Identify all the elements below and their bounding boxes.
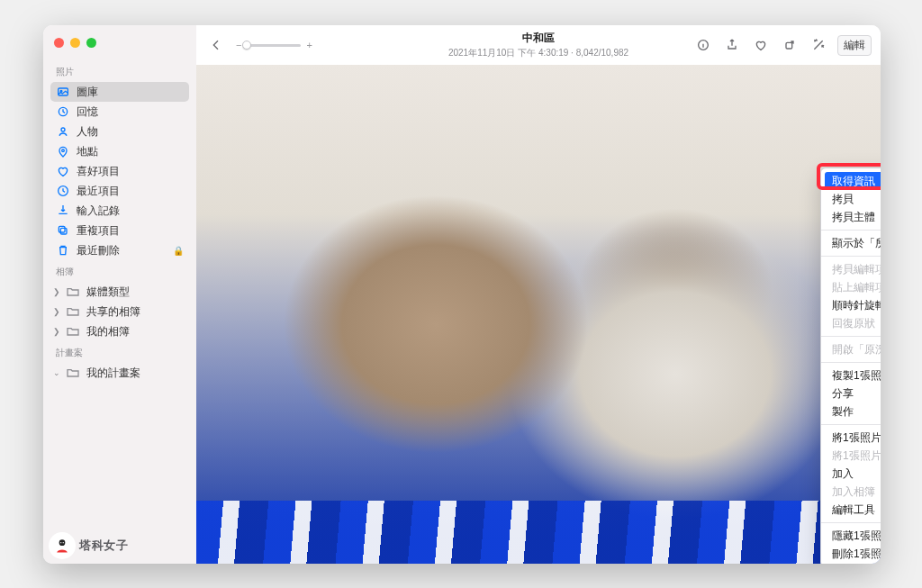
folder-icon xyxy=(66,285,80,299)
sidebar-item-label: 回憶 xyxy=(77,104,184,120)
fullscreen-window-button[interactable] xyxy=(86,38,96,48)
zoom-slider[interactable]: − + xyxy=(236,40,312,50)
sidebar-item-label: 我的計畫案 xyxy=(86,366,184,381)
ctx-label: 加入 xyxy=(832,466,854,482)
chevron-right-icon: ❯ xyxy=(52,307,61,316)
edit-button[interactable]: 編輯 xyxy=(837,35,872,56)
import-icon xyxy=(56,204,70,218)
folder-icon xyxy=(66,304,80,319)
ctx-label: 複製1張照片 xyxy=(832,368,881,384)
enhance-button[interactable] xyxy=(809,34,828,56)
photo-location-title: 中和區 xyxy=(448,31,628,46)
ctx-label: 製作 xyxy=(832,404,854,420)
ctx-duplicate[interactable]: 複製1張照片 xyxy=(821,366,881,384)
sidebar-item-label: 我的相簿 xyxy=(86,324,184,339)
favorite-button[interactable] xyxy=(751,34,771,56)
svg-point-12 xyxy=(63,542,64,543)
duplicate-icon xyxy=(56,223,70,238)
ctx-label: 拷貝 xyxy=(832,192,854,207)
ctx-label: 拷貝主體 xyxy=(832,210,875,225)
sidebar-item-label: 圖庫 xyxy=(77,85,184,100)
main-area: − + 中和區 2021年11月10日 下午 4:30:19 · 8,042/1… xyxy=(196,25,881,564)
sidebar-item-my-albums[interactable]: ❯ 我的相簿 xyxy=(50,321,189,341)
share-button[interactable] xyxy=(722,34,742,56)
ctx-label: 刪除1張照片 xyxy=(832,547,881,562)
back-button[interactable] xyxy=(205,34,227,56)
ctx-label: 加入相簿 xyxy=(832,484,875,500)
ctx-label: 分享 xyxy=(832,386,854,402)
svg-point-3 xyxy=(61,128,65,131)
rotate-button[interactable] xyxy=(780,34,800,56)
ctx-add-album: 加入相簿 xyxy=(821,483,881,501)
minimize-window-button[interactable] xyxy=(70,38,80,48)
sidebar-item-favorites[interactable]: 喜好項目 xyxy=(50,161,189,181)
photo-viewer[interactable] xyxy=(196,65,881,564)
sidebar-item-my-projects[interactable]: ⌄ 我的計畫案 xyxy=(50,363,189,383)
toolbar: − + 中和區 2021年11月10日 下午 4:30:19 · 8,042/1… xyxy=(196,25,881,65)
chevron-right-icon: ❯ xyxy=(52,327,61,336)
trash-icon xyxy=(56,243,70,258)
ctx-label: 取得資訊 xyxy=(832,174,875,189)
sidebar-item-label: 最近項目 xyxy=(77,184,184,199)
svg-point-11 xyxy=(60,542,61,543)
ctx-label: 將1張照片移動至你的「個人圖庫」 xyxy=(832,448,881,464)
ctx-label: 將1張照片移動至「共享的圖庫」 xyxy=(832,430,881,446)
clock-icon xyxy=(56,184,70,198)
sidebar-item-duplicates[interactable]: 重複項目 xyxy=(50,221,189,240)
ctx-copy-edits: 拷貝編輯項目 xyxy=(821,260,881,278)
ctx-label: 回復原狀 xyxy=(832,316,875,331)
sidebar-item-memories[interactable]: 回憶 xyxy=(50,102,189,122)
sidebar-item-shared-albums[interactable]: ❯ 共享的相簿 xyxy=(50,302,189,321)
photo-content xyxy=(196,65,881,564)
svg-point-10 xyxy=(59,539,66,546)
ctx-copy[interactable]: 拷貝 xyxy=(821,190,881,208)
zoom-knob[interactable] xyxy=(242,41,251,50)
svg-point-4 xyxy=(62,149,65,152)
folder-icon xyxy=(66,366,80,380)
sidebar-item-imports[interactable]: 輸入記錄 xyxy=(50,201,189,221)
ctx-separator xyxy=(821,424,881,425)
ctx-label: 顯示於「所有照片」 xyxy=(832,236,881,251)
ctx-separator xyxy=(821,522,881,523)
sidebar-item-places[interactable]: 地點 xyxy=(50,141,189,161)
sidebar-item-recents[interactable]: 最近項目 xyxy=(50,181,189,201)
chevron-down-icon: ⌄ xyxy=(52,368,61,377)
ctx-label: 拷貝編輯項目 xyxy=(832,262,881,277)
sidebar-item-people[interactable]: 人物 xyxy=(50,122,189,141)
ctx-move-to-personal: 將1張照片移動至你的「個人圖庫」 xyxy=(821,447,881,465)
ctx-make[interactable]: 製作❯ xyxy=(821,403,881,421)
sidebar-section-projects: 計畫案 xyxy=(50,341,189,363)
close-window-button[interactable] xyxy=(54,38,64,48)
ctx-rotate-cw[interactable]: 順時針旋轉 xyxy=(821,296,881,314)
ctx-edit-tools[interactable]: 編輯工具❯ xyxy=(821,501,881,519)
sidebar-item-media-types[interactable]: ❯ 媒體類型 xyxy=(50,282,189,302)
info-button[interactable] xyxy=(693,34,713,56)
zoom-track[interactable] xyxy=(247,44,301,47)
folder-icon xyxy=(66,324,80,339)
watermark: 塔科女子 xyxy=(50,534,128,557)
pin-icon xyxy=(56,144,70,158)
ctx-separator xyxy=(821,256,881,257)
sidebar-item-label: 地點 xyxy=(77,144,184,159)
sidebar-item-library[interactable]: 圖庫 xyxy=(50,82,189,102)
svg-rect-7 xyxy=(59,226,65,232)
ctx-copy-subject[interactable]: 拷貝主體 xyxy=(821,208,881,226)
ctx-hide[interactable]: 隱藏1張照片 xyxy=(821,527,881,545)
sidebar-section-albums: 相簿 xyxy=(50,260,189,282)
sidebar-section-photos: 照片 xyxy=(50,60,189,82)
ctx-move-to-shared[interactable]: 將1張照片移動至「共享的圖庫」 xyxy=(821,429,881,447)
sidebar-item-recently-deleted[interactable]: 最近刪除 🔒 xyxy=(50,240,189,260)
ctx-get-info[interactable]: 取得資訊 xyxy=(825,172,881,190)
ctx-label: 開啟「原況照片」 xyxy=(832,342,881,357)
context-menu: 取得資訊 拷貝 拷貝主體 顯示於「所有照片」 拷貝編輯項目 貼上編輯項目 順時針… xyxy=(820,167,881,564)
watermark-text: 塔科女子 xyxy=(79,538,128,554)
ctx-share[interactable]: 分享❯ xyxy=(821,384,881,403)
ctx-show-in-all-photos[interactable]: 顯示於「所有照片」 xyxy=(821,234,881,252)
heart-icon xyxy=(56,164,70,178)
library-icon xyxy=(56,85,70,99)
ctx-delete[interactable]: 刪除1張照片 xyxy=(821,545,881,563)
zoom-in-icon: + xyxy=(306,40,312,50)
photo-meta-subtitle: 2021年11月10日 下午 4:30:19 · 8,042/10,982 xyxy=(448,47,628,59)
svg-rect-9 xyxy=(786,42,792,49)
ctx-add-to[interactable]: 加入❯ xyxy=(821,465,881,483)
